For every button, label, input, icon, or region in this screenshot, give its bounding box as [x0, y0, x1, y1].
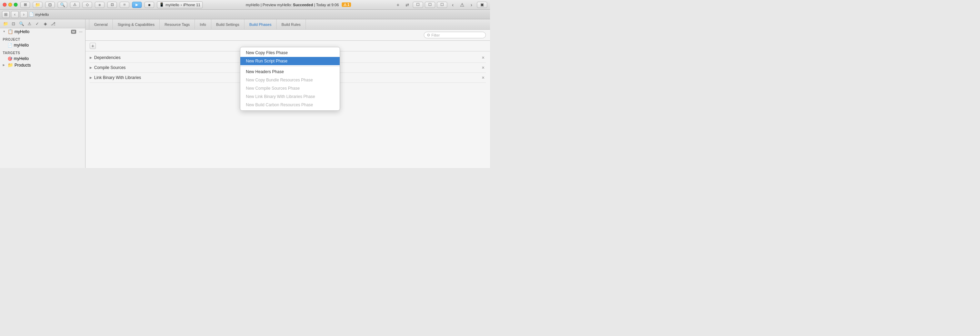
menu-item-compile-sources: New Compile Sources Phase: [240, 84, 340, 92]
sidebar-toolbar: 📁 ⊡ 🔍 ⚠ ✓ ◈ ⎇: [0, 19, 85, 28]
warning-icon: ⚠: [344, 3, 347, 6]
warning-icon-right[interactable]: ⚠: [458, 2, 466, 8]
project-item-label: myHello: [14, 43, 29, 48]
warn-button[interactable]: ⚠: [70, 2, 80, 8]
file-icon-button[interactable]: 📁: [33, 2, 42, 8]
breadcrumb: 📄 myHello: [29, 12, 49, 17]
filter-input[interactable]: ⊙ Filter: [424, 32, 486, 38]
filter-placeholder: Filter: [431, 33, 440, 37]
split-arrows-button[interactable]: ⇄: [403, 2, 411, 8]
run-button[interactable]: ▶: [132, 2, 142, 8]
tab-build-phases[interactable]: Build Phases: [245, 19, 277, 29]
sidebar-file-btn[interactable]: 📁: [2, 21, 9, 27]
scheme-selector[interactable]: 📱 myHello › iPhone 11: [157, 2, 203, 8]
inspector-header: ⊙ Filter: [86, 30, 490, 41]
content-area: General Signing & Capabilities Resource …: [86, 19, 490, 168]
chevron-left-icon[interactable]: ‹: [449, 2, 457, 8]
tab-signing[interactable]: Signing & Capabilities: [113, 19, 160, 29]
target-item-label: myHello: [14, 56, 29, 61]
tab-build-rules[interactable]: Build Rules: [277, 19, 306, 29]
menu-item-copy-bundle: New Copy Bundle Resources Phase: [240, 76, 340, 84]
list-button[interactable]: ≡: [95, 2, 105, 8]
targets-group-label: TARGETS: [0, 48, 85, 56]
sidebar-git-btn[interactable]: ⎇: [50, 21, 57, 27]
menu-item-headers[interactable]: New Headers Phase: [240, 68, 340, 76]
back-button[interactable]: ‹: [11, 11, 19, 18]
menu-item-copy-files[interactable]: New Copy Files Phase: [240, 49, 340, 57]
panel-toggle-button[interactable]: ▣: [477, 2, 487, 8]
tab-resource-tags[interactable]: Resource Tags: [160, 19, 195, 29]
app-icon: 📱: [159, 2, 164, 7]
maximize-button[interactable]: [14, 3, 18, 6]
warning-badge[interactable]: ⚠ 1: [342, 2, 352, 7]
sidebar-collapse-btn[interactable]: —: [79, 30, 83, 33]
close-phase-button[interactable]: ×: [480, 55, 486, 61]
stop-button[interactable]: ■: [145, 2, 154, 8]
close-phase-button[interactable]: ×: [480, 65, 486, 70]
project-file-icon: 📄: [8, 43, 13, 48]
menu-divider: [240, 66, 340, 67]
sidebar-test-btn[interactable]: ✓: [34, 21, 41, 27]
sidebar: 📁 ⊡ 🔍 ⚠ ✓ ◈ ⎇ ▼ 📋 myHello M — PROJECT 📄 …: [0, 19, 86, 168]
m-badge: M: [71, 30, 76, 34]
minimize-button[interactable]: [8, 3, 12, 6]
products-folder-icon: 📁: [8, 62, 13, 68]
close-phase-button[interactable]: ×: [480, 75, 486, 80]
label-button[interactable]: ⊡: [107, 2, 117, 8]
breadcrumb-label[interactable]: myHello: [35, 13, 49, 17]
tab-general[interactable]: General: [89, 19, 113, 29]
project-group-label: PROJECT: [0, 35, 85, 42]
tag-button[interactable]: ⌗: [120, 2, 129, 8]
phase-dependencies-label: Dependencies: [94, 55, 121, 60]
sidebar-debug-btn[interactable]: ◈: [42, 21, 49, 27]
secondary-toolbar: ⊞ ‹ › 📄 myHello: [0, 10, 490, 19]
layout-right-button[interactable]: ☐: [437, 2, 447, 8]
hierarchy-button[interactable]: ⊡: [45, 2, 55, 8]
menu-item-link-binary: New Link Binary With Libraries Phase: [240, 92, 340, 101]
search-button[interactable]: 🔍: [57, 2, 67, 8]
title-bar: ⊞ 📁 ⊡ 🔍 ⚠ ◇ ≡ ⊡ ⌗ ▶ ■ 📱 myHello › iPhone…: [0, 0, 490, 10]
title-bar-right: + ⇄ ☐ ☐ ☐ ‹ ⚠ › ▣: [394, 2, 487, 8]
add-button[interactable]: +: [394, 2, 402, 8]
dropdown-menu: New Copy Files Phase New Run Script Phas…: [240, 47, 340, 111]
layout-left-button[interactable]: ☐: [413, 2, 423, 8]
scheme-name: myHello: [165, 3, 179, 7]
sidebar-root-label: myHello: [14, 29, 29, 34]
sidebar-item-project[interactable]: 📄 myHello: [0, 42, 85, 48]
breadcrumb-file-icon: 📄: [29, 12, 34, 17]
menu-item-carbon-resources: New Build Carbon Resources Phase: [240, 101, 340, 109]
phase-disclosure-icon[interactable]: ▶: [90, 66, 92, 69]
chevron-right-icon[interactable]: ›: [468, 2, 475, 8]
diamond-button[interactable]: ◇: [83, 2, 92, 8]
phase-disclosure-icon[interactable]: ▶: [90, 56, 92, 59]
scheme-sep: ›: [181, 3, 182, 7]
menu-item-run-script[interactable]: New Run Script Phase: [240, 57, 340, 65]
products-disclosure-icon: ▶: [3, 64, 6, 67]
tab-build-settings[interactable]: Build Settings: [212, 19, 245, 29]
sidebar-item-products[interactable]: ▶ 📁 Products: [0, 62, 85, 68]
disclosure-icon: ▼: [3, 30, 6, 33]
device-name: iPhone 11: [183, 3, 200, 7]
sidebar-item-root[interactable]: ▼ 📋 myHello M —: [0, 28, 85, 35]
sidebar-source-btn[interactable]: ⊡: [10, 21, 17, 27]
filter-icon: ⊙: [427, 33, 430, 37]
target-icon: 🎯: [8, 57, 13, 61]
status-text: myHello | Preview myHello: Succeeded | T…: [246, 3, 339, 7]
tab-info[interactable]: Info: [195, 19, 211, 29]
products-label: Products: [14, 63, 31, 68]
grid-layout-button[interactable]: ⊞: [2, 11, 10, 18]
phase-link-label: Link Binary With Libraries: [94, 75, 141, 80]
sidebar-item-target[interactable]: 🎯 myHello: [0, 56, 85, 62]
tab-bar: General Signing & Capabilities Resource …: [86, 19, 490, 30]
sidebar-warn-btn[interactable]: ⚠: [26, 21, 33, 27]
add-phase-button[interactable]: +: [90, 43, 96, 49]
project-icon: 📋: [8, 29, 13, 34]
sidebar-search-btn[interactable]: 🔍: [18, 21, 25, 27]
forward-button[interactable]: ›: [20, 11, 28, 18]
phase-disclosure-icon[interactable]: ▶: [90, 76, 92, 80]
close-button[interactable]: [3, 3, 6, 6]
traffic-lights: [3, 3, 18, 6]
layout-center-button[interactable]: ☐: [425, 2, 435, 8]
grid-view-button[interactable]: ⊞: [20, 2, 30, 8]
phase-compile-label: Compile Sources: [94, 65, 126, 70]
